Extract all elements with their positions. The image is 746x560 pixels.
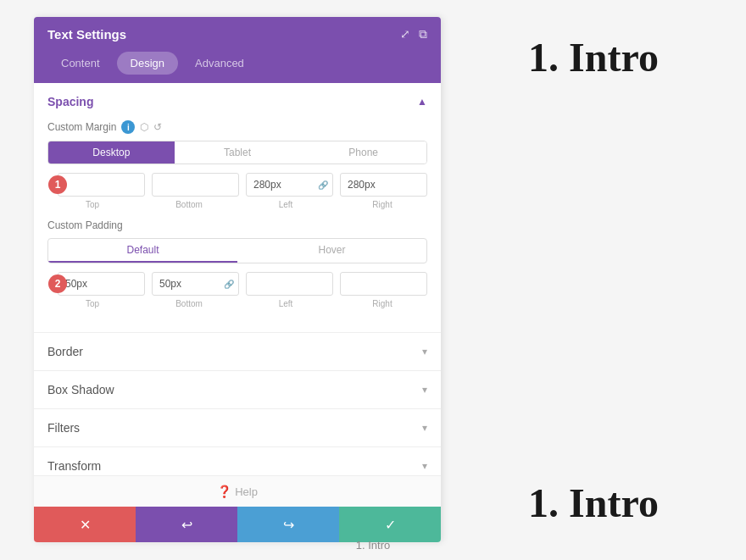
margin-bottom-group bbox=[152, 173, 239, 197]
intro-text-top: 1. Intro bbox=[528, 34, 659, 80]
margin-input-wrapper: 1 🔗 bbox=[58, 173, 427, 197]
padding-link-icon: 🔗 bbox=[224, 280, 234, 289]
panel-content: Spacing ▲ Custom Margin i ⬡ ↺ Desktop bbox=[34, 83, 441, 475]
margin-bottom-input[interactable] bbox=[152, 173, 239, 197]
action-bar: ✕ ↩ ↪ ✓ bbox=[34, 507, 441, 542]
margin-link-left-icon: 🔗 bbox=[318, 180, 328, 190]
panel-footer: ❓ Help bbox=[34, 475, 441, 507]
box-shadow-chevron-icon: ▾ bbox=[422, 384, 427, 396]
padding-top-label: Top bbox=[47, 299, 137, 308]
spacing-title: Spacing bbox=[47, 95, 93, 108]
margin-left-label: Left bbox=[241, 200, 331, 209]
tab-content[interactable]: Content bbox=[47, 52, 114, 75]
expand-icon[interactable]: ⤢ bbox=[400, 27, 410, 42]
margin-top-label: Top bbox=[47, 200, 137, 209]
panel-header: Text Settings ⤢ ⧉ bbox=[34, 17, 441, 52]
transform-title: Transform bbox=[47, 459, 101, 473]
tab-bar: Content Design Advanced bbox=[34, 52, 441, 83]
filters-title: Filters bbox=[47, 421, 80, 435]
transform-chevron-icon: ▾ bbox=[422, 460, 427, 472]
margin-top-group bbox=[58, 173, 145, 197]
pad-tab-hover[interactable]: Hover bbox=[237, 239, 426, 263]
badge-1: 1 bbox=[48, 175, 67, 194]
split-icon[interactable]: ⧉ bbox=[419, 27, 427, 42]
margin-info-icon[interactable]: i bbox=[121, 120, 135, 134]
spacing-section-header[interactable]: Spacing ▲ bbox=[34, 83, 441, 120]
text-settings-panel: Text Settings ⤢ ⧉ Content Design Advance… bbox=[34, 17, 441, 542]
cancel-button[interactable]: ✕ bbox=[34, 507, 136, 542]
right-content: 1. Intro 1. Intro bbox=[441, 0, 746, 560]
box-shadow-title: Box Shadow bbox=[47, 383, 114, 396]
panel-title: Text Settings bbox=[47, 27, 126, 42]
spacing-chevron-icon: ▲ bbox=[417, 96, 427, 108]
padding-bottom-group: 🔗 bbox=[152, 272, 239, 296]
padding-bottom-label: Bottom bbox=[144, 299, 234, 308]
pad-tab-default[interactable]: Default bbox=[48, 239, 237, 263]
padding-left-label: Left bbox=[241, 299, 331, 308]
padding-tabs: Default Hover bbox=[47, 238, 427, 263]
padding-top-group bbox=[58, 272, 145, 296]
box-shadow-section-header[interactable]: Box Shadow ▾ bbox=[34, 371, 441, 408]
page-wrapper: Text Settings ⤢ ⧉ Content Design Advance… bbox=[0, 0, 746, 560]
border-section-header[interactable]: Border ▾ bbox=[34, 333, 441, 370]
redo-button[interactable]: ↪ bbox=[237, 507, 339, 542]
resp-tab-desktop[interactable]: Desktop bbox=[48, 141, 175, 164]
transform-section: Transform ▾ bbox=[34, 447, 441, 475]
bottom-label: 1. Intro bbox=[356, 539, 390, 552]
undo-button[interactable]: ↩ bbox=[136, 507, 237, 542]
padding-right-label: Right bbox=[337, 299, 427, 308]
margin-link-icon[interactable]: ⬡ bbox=[140, 121, 148, 133]
filters-chevron-icon: ▾ bbox=[422, 422, 427, 434]
padding-right-input[interactable] bbox=[340, 272, 427, 296]
margin-right-input[interactable] bbox=[340, 173, 427, 197]
margin-left-group: 🔗 bbox=[246, 173, 333, 197]
tab-advanced[interactable]: Advanced bbox=[181, 52, 258, 75]
padding-left-group bbox=[246, 272, 333, 296]
badge-2: 2 bbox=[48, 274, 67, 293]
spacing-content: Custom Margin i ⬡ ↺ Desktop Tablet bbox=[34, 120, 441, 332]
tab-design[interactable]: Design bbox=[117, 52, 178, 75]
margin-input-row: 🔗 bbox=[58, 173, 427, 197]
custom-margin-label-row: Custom Margin i ⬡ ↺ bbox=[47, 120, 427, 134]
responsive-tabs: Desktop Tablet Phone bbox=[47, 141, 427, 164]
padding-input-wrapper: 2 🔗 bbox=[58, 272, 427, 296]
intro-text-bottom: 1. Intro bbox=[528, 480, 659, 526]
margin-right-group bbox=[340, 173, 427, 197]
padding-input-row: 🔗 bbox=[58, 272, 427, 296]
border-section: Border ▾ bbox=[34, 333, 441, 371]
custom-padding-label-row: Custom Padding bbox=[47, 219, 427, 231]
transform-section-header[interactable]: Transform ▾ bbox=[34, 447, 441, 475]
box-shadow-section: Box Shadow ▾ bbox=[34, 371, 441, 409]
padding-labels: Top Bottom Left Right bbox=[47, 299, 427, 308]
panel-header-icons: ⤢ ⧉ bbox=[400, 27, 427, 42]
margin-top-input[interactable] bbox=[58, 173, 145, 197]
margin-reset-icon[interactable]: ↺ bbox=[153, 121, 162, 133]
padding-right-group bbox=[340, 272, 427, 296]
filters-section-header[interactable]: Filters ▾ bbox=[34, 409, 441, 446]
filters-section: Filters ▾ bbox=[34, 409, 441, 447]
margin-right-label: Right bbox=[337, 200, 427, 209]
custom-margin-label: Custom Margin bbox=[47, 121, 116, 133]
save-button[interactable]: ✓ bbox=[339, 507, 441, 542]
resp-tab-tablet[interactable]: Tablet bbox=[175, 141, 301, 164]
margin-bottom-label: Bottom bbox=[144, 200, 234, 209]
spacing-section: Spacing ▲ Custom Margin i ⬡ ↺ Desktop bbox=[34, 83, 441, 333]
custom-padding-label: Custom Padding bbox=[47, 219, 123, 231]
padding-left-input[interactable] bbox=[246, 272, 333, 296]
border-title: Border bbox=[47, 345, 83, 358]
border-chevron-icon: ▾ bbox=[422, 346, 427, 358]
help-icon: ❓ bbox=[217, 485, 231, 498]
help-text: Help bbox=[235, 485, 258, 498]
padding-top-input[interactable] bbox=[58, 272, 145, 296]
margin-labels: Top Bottom Left Right bbox=[47, 200, 427, 209]
resp-tab-phone[interactable]: Phone bbox=[300, 141, 426, 164]
